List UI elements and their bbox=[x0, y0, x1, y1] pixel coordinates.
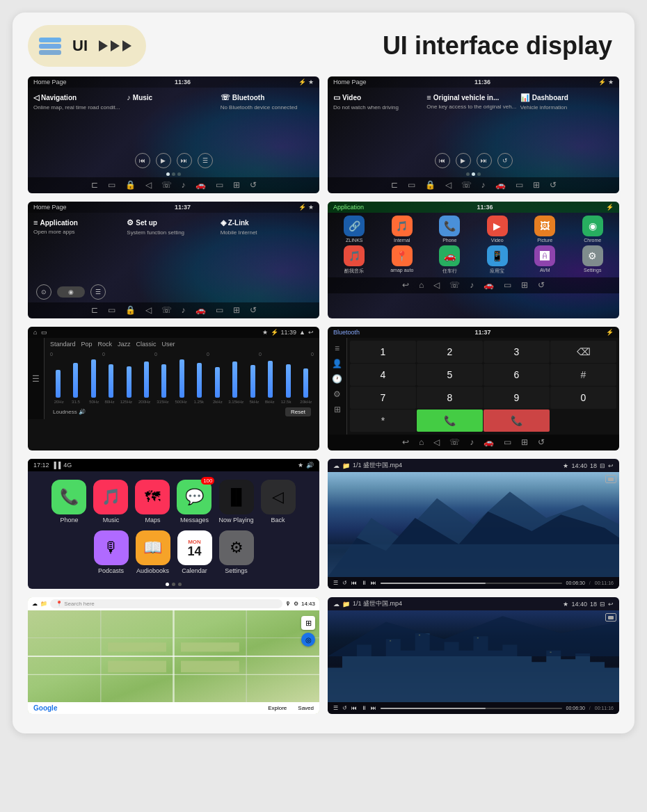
map-controls: ⊞ ◎ bbox=[301, 616, 315, 647]
eq-bar-14[interactable] bbox=[286, 364, 291, 398]
eq-bar-6[interactable] bbox=[144, 362, 149, 398]
eq-bar-11[interactable] bbox=[232, 362, 237, 398]
cp-app-phone[interactable]: 📞 Phone bbox=[51, 480, 86, 523]
bt-key-endcall[interactable]: 📞 bbox=[484, 409, 550, 432]
play-btn-2[interactable]: ▶ bbox=[456, 153, 471, 168]
vc-play-10[interactable]: ⏸ bbox=[361, 705, 367, 711]
map-tab-explore[interactable]: Explore bbox=[268, 705, 287, 711]
vc-prev-8[interactable]: ⏮ bbox=[351, 580, 357, 586]
bb2-icon-2: ▭ bbox=[408, 180, 415, 190]
eq-tab-classic[interactable]: Classic bbox=[136, 341, 157, 348]
eq-bar-2[interactable] bbox=[73, 363, 78, 398]
eq-bar-5[interactable] bbox=[127, 366, 131, 398]
cp-app-messages[interactable]: 💬 100 Messages bbox=[177, 480, 211, 523]
app-chrome[interactable]: ◉ Chrome bbox=[570, 216, 616, 243]
eq-bar-12[interactable] bbox=[250, 365, 255, 398]
map-tab-saved[interactable]: Saved bbox=[298, 705, 314, 711]
cp-app-nowplaying[interactable]: ▐▌ Now Playing bbox=[218, 480, 253, 523]
cp-app-calendar[interactable]: MON 14 Calendar bbox=[177, 530, 212, 574]
app-zlinks[interactable]: 🔗 ZLINKS bbox=[332, 216, 377, 243]
next-btn-2[interactable]: ⏭ bbox=[477, 153, 492, 168]
app-renchexing[interactable]: 🚗 任车行 bbox=[427, 245, 472, 275]
bt-key-call[interactable]: 📞 bbox=[417, 409, 483, 432]
slider-btn-3[interactable]: ◉ bbox=[57, 286, 85, 298]
app-video[interactable]: ▶ Video bbox=[475, 216, 520, 243]
bt-key-4[interactable]: 4 bbox=[350, 364, 416, 386]
nav-title: ◁ Navigation bbox=[33, 93, 127, 102]
app-picture[interactable]: 🖼 Picture bbox=[522, 216, 568, 243]
app-settings[interactable]: ⚙ Settings bbox=[570, 245, 616, 275]
cp-app-podcasts[interactable]: 🎙 Podcasts bbox=[94, 530, 129, 574]
next-btn-1[interactable]: ⏭ bbox=[177, 153, 192, 168]
eq-bar-7[interactable] bbox=[161, 364, 166, 398]
pip-btn-8[interactable] bbox=[605, 475, 616, 483]
bt-key-5[interactable]: 5 bbox=[417, 364, 483, 386]
dash-icon: 📊 bbox=[520, 93, 530, 102]
bt-main: ≡ 👤 🕐 ⚙ ⊞ 1 2 3 ⌫ 4 5 6 # 7 8 bbox=[328, 338, 619, 435]
vc-menu-8[interactable]: ☰ bbox=[333, 580, 338, 586]
vc-menu-10[interactable]: ☰ bbox=[333, 705, 338, 711]
menu-btn-1[interactable]: ☰ bbox=[198, 153, 213, 168]
bt-key-2[interactable]: 2 bbox=[417, 341, 483, 363]
eq-tab-jazz[interactable]: Jazz bbox=[118, 341, 131, 348]
map-search-box[interactable]: 📍 Search here bbox=[50, 599, 282, 608]
video-content-10 bbox=[328, 610, 619, 702]
vc-repeat-8[interactable]: ↺ bbox=[342, 580, 347, 586]
prev-btn-2[interactable]: ⏮ bbox=[435, 153, 450, 168]
eq-bar-1[interactable] bbox=[56, 370, 61, 398]
eq-tab-user[interactable]: User bbox=[162, 341, 175, 348]
bt-key-backspace[interactable]: ⌫ bbox=[550, 341, 616, 363]
app-internal[interactable]: 🎵 Internal bbox=[380, 216, 425, 243]
vc-repeat-10[interactable]: ↺ bbox=[342, 705, 347, 711]
cp-app-settings[interactable]: ⚙ Settings bbox=[219, 530, 254, 574]
pip-btn-10[interactable] bbox=[605, 613, 616, 622]
bt-key-3[interactable]: 3 bbox=[484, 341, 550, 363]
bt-key-1[interactable]: 1 bbox=[350, 341, 416, 363]
bt-key-0[interactable]: 0 bbox=[550, 387, 616, 409]
app-phone[interactable]: 📞 Phone bbox=[427, 216, 472, 243]
eq-tab-rock[interactable]: Rock bbox=[98, 341, 113, 348]
prev-btn-1[interactable]: ⏮ bbox=[135, 153, 150, 168]
map-locate-btn[interactable]: ◎ bbox=[301, 633, 315, 647]
menu-btn-3[interactable]: ☰ bbox=[90, 284, 106, 300]
cp-app-music[interactable]: 🎵 Music bbox=[93, 480, 128, 523]
bt-key-9[interactable]: 9 bbox=[484, 387, 550, 409]
vc-play-8[interactable]: ⏸ bbox=[361, 580, 367, 586]
eq-bar-8[interactable] bbox=[179, 359, 184, 398]
bb6-icon-3: ◁ bbox=[433, 437, 440, 447]
bt-key-hash[interactable]: # bbox=[550, 364, 616, 386]
vc-prev-10[interactable]: ⏮ bbox=[351, 705, 357, 711]
bt-numpad: 1 2 3 ⌫ 4 5 6 # 7 8 9 0 * 📞 📞 bbox=[347, 338, 619, 435]
bt-key-7[interactable]: 7 bbox=[350, 387, 416, 409]
eq-bar-9[interactable] bbox=[197, 363, 202, 398]
app-desc: Open more apps bbox=[33, 229, 127, 236]
bt-key-6[interactable]: 6 bbox=[484, 364, 550, 386]
map-settings-icon[interactable]: ⚙ bbox=[294, 601, 298, 607]
bt-key-8[interactable]: 8 bbox=[417, 387, 483, 409]
eq-bar-4[interactable] bbox=[109, 364, 113, 398]
circle-btn-3[interactable]: ⊙ bbox=[36, 284, 51, 300]
cp-app-audiobooks[interactable]: 📖 Audiobooks bbox=[136, 530, 170, 574]
cp-app-back[interactable]: ◁ Back bbox=[261, 480, 296, 523]
app-yingyongbao[interactable]: 📱 应用宝 bbox=[475, 245, 520, 275]
map-layers-btn[interactable]: ⊞ bbox=[301, 616, 315, 630]
eq-bar-10[interactable] bbox=[215, 367, 220, 398]
map-mic-icon[interactable]: 🎙 bbox=[285, 601, 291, 607]
app-kuwo[interactable]: 🎵 酷我音乐 bbox=[332, 245, 377, 275]
menu-btn-2[interactable]: ↺ bbox=[497, 153, 513, 168]
reset-button[interactable]: Reset bbox=[285, 407, 311, 416]
eq-bar-15[interactable] bbox=[303, 368, 308, 398]
map-search-wrap[interactable]: 📍 Search here bbox=[50, 599, 282, 608]
eq-tab-pop[interactable]: Pop bbox=[81, 341, 93, 348]
eq-bar-3[interactable] bbox=[91, 359, 96, 398]
app-amap[interactable]: 📍 amap auto bbox=[380, 245, 425, 275]
map-search-icon: 📍 bbox=[56, 601, 63, 607]
app-avm[interactable]: 🅰 AVM bbox=[522, 245, 568, 275]
cp-app-maps[interactable]: 🗺 Maps bbox=[135, 480, 170, 523]
eq-bar-13[interactable] bbox=[268, 361, 273, 398]
vc-next-10[interactable]: ⏭ bbox=[371, 705, 376, 711]
vc-next-8[interactable]: ⏭ bbox=[371, 580, 376, 586]
play-btn-1[interactable]: ▶ bbox=[156, 153, 171, 168]
eq-tab-standard[interactable]: Standard bbox=[50, 341, 76, 348]
bt-key-star[interactable]: * bbox=[350, 409, 416, 432]
